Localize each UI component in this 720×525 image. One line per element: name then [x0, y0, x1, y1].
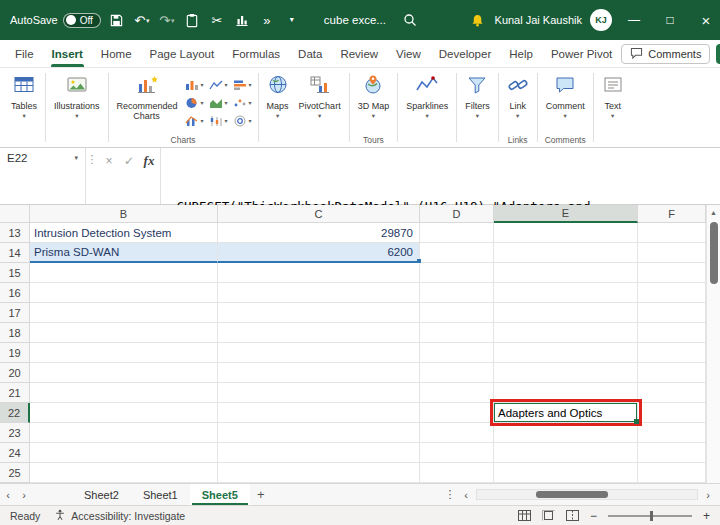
cell-D15[interactable]: [420, 263, 494, 283]
maximize-button[interactable]: □: [656, 0, 684, 40]
cell-D14[interactable]: [420, 243, 494, 263]
row-header-25[interactable]: 25: [0, 463, 30, 483]
fill-handle[interactable]: [634, 419, 639, 424]
clipboard-icon[interactable]: [183, 8, 201, 32]
cell-B22[interactable]: [30, 403, 218, 423]
text-button[interactable]: Text ▾: [598, 71, 628, 123]
accessibility-status[interactable]: Accessibility: Investigate: [54, 509, 185, 523]
scatter-chart-button[interactable]: ▾: [233, 94, 252, 111]
row-header-16[interactable]: 16: [0, 283, 30, 303]
tab-review[interactable]: Review: [331, 40, 387, 67]
sparklines-button[interactable]: Sparklines ▾: [402, 71, 452, 123]
tab-file[interactable]: File: [6, 40, 43, 67]
column-header-D[interactable]: D: [420, 205, 494, 223]
scissors-icon[interactable]: ✂: [208, 8, 226, 32]
filters-button[interactable]: Filters ▾: [461, 71, 494, 123]
pivotchart-button[interactable]: PivotChart ▾: [295, 71, 345, 123]
horizontal-scroll-thumb[interactable]: [536, 491, 608, 498]
normal-view-button[interactable]: [518, 510, 531, 521]
column-chart-button[interactable]: ▾: [185, 76, 204, 93]
vertical-scroll-thumb[interactable]: [710, 222, 718, 284]
cell-C13[interactable]: 29870: [218, 223, 420, 243]
cell-F22[interactable]: [638, 403, 706, 423]
column-header-C[interactable]: C: [218, 205, 420, 223]
cell-B14[interactable]: Prisma SD-WAN: [30, 243, 218, 263]
insert-function-button[interactable]: fx: [140, 152, 158, 170]
cell-F14[interactable]: [638, 243, 706, 263]
redo-icon[interactable]: ↷▾: [158, 8, 176, 32]
cell-B15[interactable]: [30, 263, 218, 283]
tables-button[interactable]: Tables ▾: [7, 71, 41, 123]
formula-input[interactable]: =CUBESET("ThisWorkbookDataModel",(H16,H1…: [160, 148, 720, 204]
cell-F21[interactable]: [638, 383, 706, 403]
combo-chart-button[interactable]: ▾: [185, 112, 204, 129]
recommended-charts-button[interactable]: Recommended Charts: [113, 71, 181, 125]
tab-data[interactable]: Data: [289, 40, 331, 67]
name-box[interactable]: E22 ▾: [7, 152, 78, 164]
pie-chart-button[interactable]: ▾: [185, 94, 204, 111]
3d-map-button[interactable]: 3D Map ▾: [354, 71, 394, 123]
hscroll-left-icon[interactable]: ‹: [458, 489, 474, 501]
row-header-20[interactable]: 20: [0, 363, 30, 383]
zoom-slider[interactable]: [608, 515, 692, 517]
cell-C22[interactable]: [218, 403, 420, 423]
bell-icon[interactable]: [469, 8, 487, 32]
cell-C16[interactable]: [218, 283, 420, 303]
row-header-17[interactable]: 17: [0, 303, 30, 323]
radar-chart-button[interactable]: ▾: [233, 112, 252, 129]
row-header-21[interactable]: 21: [0, 383, 30, 403]
autosave-toggle[interactable]: AutoSave Off: [10, 13, 101, 28]
cell-B21[interactable]: [30, 383, 218, 403]
share-button[interactable]: ▾: [716, 44, 720, 64]
tab-page-layout[interactable]: Page Layout: [141, 40, 224, 67]
tab-home[interactable]: Home: [92, 40, 141, 67]
cell-E21[interactable]: [494, 383, 638, 403]
cell-F23[interactable]: [638, 423, 706, 443]
cell-F19[interactable]: [638, 343, 706, 363]
undo-icon[interactable]: ↶▾: [133, 8, 151, 32]
maps-button[interactable]: Maps ▾: [263, 71, 293, 123]
customize-toolbar-icon[interactable]: ▾: [283, 8, 301, 32]
cell-F18[interactable]: [638, 323, 706, 343]
cell-D23[interactable]: [420, 423, 494, 443]
document-title[interactable]: cube exce...: [324, 14, 386, 26]
comment-button[interactable]: Comment ▾: [542, 71, 589, 123]
cell-F15[interactable]: [638, 263, 706, 283]
tab-formulas[interactable]: Formulas: [223, 40, 289, 67]
cell-E15[interactable]: [494, 263, 638, 283]
sheet-nav-right-icon[interactable]: ›: [16, 489, 32, 501]
cell-D18[interactable]: [420, 323, 494, 343]
zoom-out-button[interactable]: −: [590, 509, 597, 523]
cell-F24[interactable]: [638, 443, 706, 463]
save-icon[interactable]: [108, 8, 126, 32]
minimize-button[interactable]: —: [620, 0, 648, 40]
cell-E18[interactable]: [494, 323, 638, 343]
line-chart-button[interactable]: ▾: [209, 76, 228, 93]
cell-E23[interactable]: [494, 423, 638, 443]
cell-E20[interactable]: [494, 363, 638, 383]
avatar[interactable]: KJ: [590, 9, 612, 31]
scroll-up-icon[interactable]: ▲: [707, 205, 720, 220]
cell-D24[interactable]: [420, 443, 494, 463]
row-header-18[interactable]: 18: [0, 323, 30, 343]
page-layout-view-button[interactable]: [542, 510, 555, 521]
sheet-tab-sheet1[interactable]: Sheet1: [131, 484, 190, 505]
cell-E14[interactable]: [494, 243, 638, 263]
cell-E24[interactable]: [494, 443, 638, 463]
cancel-button[interactable]: ×: [100, 152, 118, 170]
cell-C14[interactable]: 6200: [218, 243, 420, 263]
vertical-scrollbar[interactable]: ▲: [706, 205, 720, 483]
column-header-E[interactable]: E: [494, 205, 638, 223]
row-header-24[interactable]: 24: [0, 443, 30, 463]
cell-D21[interactable]: [420, 383, 494, 403]
cell-C19[interactable]: [218, 343, 420, 363]
row-header-15[interactable]: 15: [0, 263, 30, 283]
tab-view[interactable]: View: [387, 40, 430, 67]
zoom-slider-thumb[interactable]: [650, 511, 653, 521]
page-break-view-button[interactable]: [566, 510, 579, 521]
horizontal-scrollbar[interactable]: ‹ ›: [458, 489, 716, 501]
more-quick-access-icon[interactable]: »: [258, 8, 276, 32]
cell-E16[interactable]: [494, 283, 638, 303]
sheet-menu-icon[interactable]: ⋮: [442, 488, 458, 501]
sheet-nav-left-icon[interactable]: ‹: [0, 489, 16, 501]
